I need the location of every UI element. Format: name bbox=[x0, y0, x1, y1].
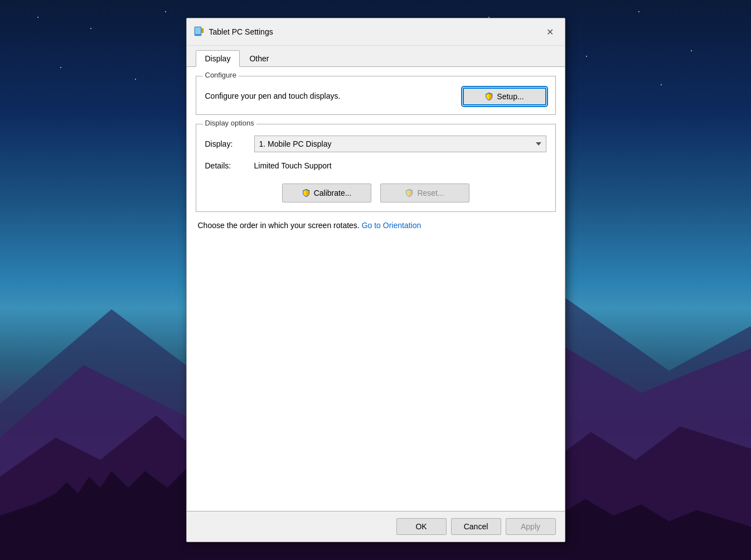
titlebar: Tablet PC Settings ✕ bbox=[187, 18, 565, 46]
configure-row: Configure your pen and touch displays. S… bbox=[205, 88, 546, 105]
dialog-backdrop: Tablet PC Settings ✕ Display Other Confi… bbox=[0, 0, 751, 560]
display-select[interactable]: 1. Mobile PC Display bbox=[254, 136, 546, 152]
tab-display[interactable]: Display bbox=[196, 50, 240, 67]
reset-button-label: Reset... bbox=[417, 189, 444, 197]
display-options-group: Display options Display: 1. Mobile PC Di… bbox=[196, 124, 556, 212]
calibrate-button-label: Calibrate... bbox=[314, 189, 352, 197]
setup-button[interactable]: Setup... bbox=[463, 88, 546, 105]
dialog-footer: OK Cancel Apply bbox=[187, 511, 565, 542]
orientation-text-container: Choose the order in which your screen ro… bbox=[196, 221, 556, 230]
titlebar-left: Tablet PC Settings bbox=[193, 26, 273, 37]
configure-description: Configure your pen and touch displays. bbox=[205, 91, 454, 102]
calibrate-button[interactable]: Calibrate... bbox=[282, 184, 371, 202]
tablet-pc-icon bbox=[193, 26, 205, 37]
setup-button-label: Setup... bbox=[497, 92, 524, 101]
details-field-label: Details: bbox=[205, 161, 250, 170]
display-select-row: Display: 1. Mobile PC Display bbox=[205, 136, 546, 152]
details-value: Limited Touch Support bbox=[254, 161, 332, 170]
apply-button[interactable]: Apply bbox=[506, 518, 556, 535]
calibrate-shield-icon bbox=[302, 189, 311, 197]
setup-shield-icon bbox=[484, 92, 493, 101]
reset-button[interactable]: Reset... bbox=[380, 184, 469, 202]
ok-button[interactable]: OK bbox=[396, 518, 447, 535]
dialog-body: Configure Configure your pen and touch d… bbox=[187, 67, 565, 511]
configure-group-label: Configure bbox=[203, 71, 239, 79]
dialog-title: Tablet PC Settings bbox=[209, 27, 273, 36]
details-row: Details: Limited Touch Support bbox=[205, 161, 546, 170]
configure-group: Configure Configure your pen and touch d… bbox=[196, 76, 556, 115]
svg-point-6 bbox=[197, 35, 198, 36]
action-button-row: Calibrate... Reset... bbox=[205, 184, 546, 202]
orientation-link[interactable]: Go to Orientation bbox=[362, 221, 421, 230]
svg-rect-5 bbox=[195, 27, 201, 34]
display-options-content: Display: 1. Mobile PC Display Details: L… bbox=[196, 124, 555, 211]
reset-shield-icon bbox=[405, 189, 414, 197]
cancel-button[interactable]: Cancel bbox=[451, 518, 501, 535]
configure-group-content: Configure your pen and touch displays. S… bbox=[196, 76, 555, 114]
tablet-pc-settings-dialog: Tablet PC Settings ✕ Display Other Confi… bbox=[186, 18, 565, 542]
orientation-description: Choose the order in which your screen ro… bbox=[198, 221, 362, 230]
tab-other[interactable]: Other bbox=[240, 50, 278, 67]
display-options-label: Display options bbox=[203, 119, 256, 127]
close-button[interactable]: ✕ bbox=[542, 24, 558, 40]
svg-rect-7 bbox=[201, 28, 204, 33]
display-field-label: Display: bbox=[205, 139, 250, 148]
tabs-container: Display Other bbox=[187, 46, 565, 67]
